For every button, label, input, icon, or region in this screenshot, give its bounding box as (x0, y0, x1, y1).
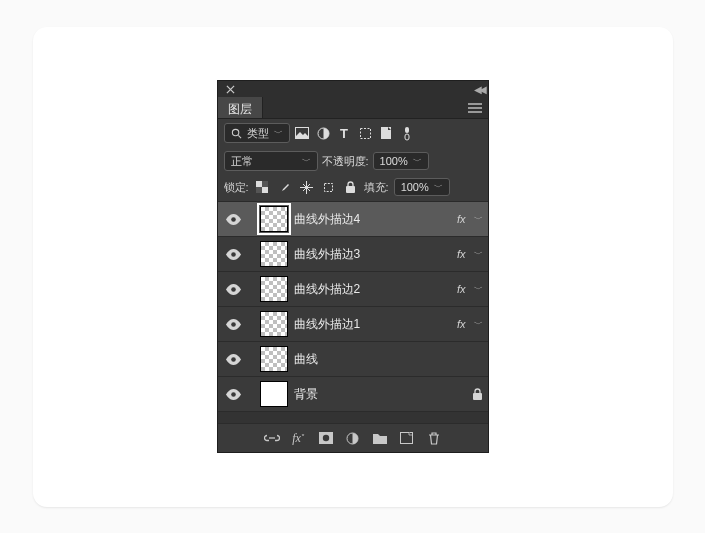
filter-text-icon[interactable]: T (336, 125, 353, 142)
fill-value: 100% (401, 181, 429, 193)
svg-point-14 (231, 252, 236, 257)
filter-kind-label: 类型 (247, 126, 269, 141)
fx-indicator-icon[interactable]: fx (457, 318, 466, 330)
visibility-icon[interactable] (226, 284, 242, 295)
chevron-down-icon: ﹀ (302, 155, 311, 168)
filter-kind-select[interactable]: 类型 ﹀ (224, 123, 290, 143)
layer-row[interactable]: 曲线外描边3fx﹀ (218, 237, 488, 272)
opacity-input[interactable]: 100% ﹀ (373, 152, 429, 170)
tab-label: 图层 (228, 102, 252, 116)
svg-point-18 (231, 392, 236, 397)
close-icon[interactable] (222, 81, 239, 98)
fill-input[interactable]: 100% ﹀ (394, 178, 450, 196)
filter-row: 类型 ﹀ T (218, 119, 488, 147)
layer-name[interactable]: 曲线外描边4 (294, 211, 451, 228)
svg-point-15 (231, 287, 236, 292)
svg-point-13 (231, 217, 236, 222)
fx-indicator-icon[interactable]: fx (457, 283, 466, 295)
filter-shape-icon[interactable] (357, 125, 374, 142)
adjustment-icon[interactable] (343, 429, 362, 448)
lock-label: 锁定: (224, 180, 249, 195)
chevron-down-icon[interactable]: ﹀ (474, 318, 483, 331)
blend-mode-label: 正常 (231, 154, 253, 169)
layer-thumbnail[interactable] (260, 276, 288, 302)
svg-point-21 (322, 435, 328, 441)
svg-rect-11 (324, 183, 332, 191)
layer-thumbnail[interactable] (260, 346, 288, 372)
layer-thumbnail[interactable] (260, 311, 288, 337)
fx-indicator-icon[interactable]: fx (457, 213, 466, 225)
layer-row[interactable]: 曲线外描边4fx﹀ (218, 202, 488, 237)
lock-artboard-icon[interactable] (320, 179, 337, 196)
fx-indicator-icon[interactable]: fx (457, 248, 466, 260)
layer-name[interactable]: 曲线 (294, 351, 483, 368)
chevron-down-icon: ﹀ (274, 127, 283, 140)
lock-transparency-icon[interactable] (254, 179, 271, 196)
svg-rect-9 (262, 181, 268, 187)
filter-image-icon[interactable] (294, 125, 311, 142)
layers-panel: ◀◀ 图层 类型 ﹀ T (217, 80, 489, 453)
layer-name[interactable]: 曲线外描边3 (294, 246, 451, 263)
mask-icon[interactable] (316, 429, 335, 448)
blend-mode-select[interactable]: 正常 ﹀ (224, 151, 318, 171)
chevron-down-icon[interactable]: ﹀ (474, 213, 483, 226)
opacity-label: 不透明度: (322, 154, 369, 169)
chevron-down-icon[interactable]: ﹀ (474, 248, 483, 261)
filter-smart-icon[interactable] (378, 125, 395, 142)
layer-row[interactable]: 曲线 (218, 342, 488, 377)
visibility-icon[interactable] (226, 354, 242, 365)
svg-point-16 (231, 322, 236, 327)
layer-name[interactable]: 背景 (294, 386, 466, 403)
tab-layers[interactable]: 图层 (218, 97, 263, 118)
panel-titlebar: ◀◀ (218, 81, 488, 97)
filter-toggle-icon[interactable] (399, 125, 416, 142)
lock-row: 锁定: 填充: 100% ﹀ (218, 175, 488, 202)
fx-icon[interactable]: fx ˅ (289, 429, 308, 448)
visibility-icon[interactable] (226, 389, 242, 400)
svg-rect-7 (256, 181, 262, 187)
layer-thumbnail[interactable] (260, 241, 288, 267)
blend-row: 正常 ﹀ 不透明度: 100% ﹀ (218, 147, 488, 175)
svg-rect-12 (346, 186, 355, 193)
search-icon (231, 128, 242, 139)
layers-list: 曲线外描边4fx﹀曲线外描边3fx﹀曲线外描边2fx﹀曲线外描边1fx﹀曲线背景 (218, 202, 488, 412)
layer-thumbnail[interactable] (260, 206, 288, 232)
svg-rect-8 (262, 187, 268, 193)
lock-position-icon[interactable] (298, 179, 315, 196)
fill-label: 填充: (364, 180, 389, 195)
svg-point-0 (232, 129, 238, 135)
group-icon[interactable] (370, 429, 389, 448)
layer-row[interactable]: 曲线外描边1fx﹀ (218, 307, 488, 342)
link-icon[interactable] (262, 429, 281, 448)
svg-rect-10 (256, 187, 262, 193)
svg-rect-6 (405, 134, 409, 140)
svg-rect-3 (360, 128, 370, 138)
visibility-icon[interactable] (226, 319, 242, 330)
visibility-icon[interactable] (226, 214, 242, 225)
svg-rect-19 (473, 393, 482, 400)
lock-icon[interactable] (472, 388, 483, 401)
chevron-down-icon: ﹀ (413, 155, 422, 168)
panel-tabs: 图层 (218, 97, 488, 119)
layer-row[interactable]: 曲线外描边2fx﹀ (218, 272, 488, 307)
layer-name[interactable]: 曲线外描边2 (294, 281, 451, 298)
layer-thumbnail[interactable] (260, 381, 288, 407)
svg-rect-5 (405, 127, 409, 133)
layers-footer: fx ˅ (218, 424, 488, 452)
layers-empty-area (218, 412, 488, 424)
trash-icon[interactable] (424, 429, 443, 448)
filter-adjust-icon[interactable] (315, 125, 332, 142)
new-layer-icon[interactable] (397, 429, 416, 448)
layer-row[interactable]: 背景 (218, 377, 488, 412)
chevron-down-icon[interactable]: ﹀ (474, 283, 483, 296)
lock-all-icon[interactable] (342, 179, 359, 196)
chevron-down-icon: ﹀ (434, 181, 443, 194)
visibility-icon[interactable] (226, 249, 242, 260)
collapse-icon[interactable]: ◀◀ (474, 84, 484, 95)
svg-point-17 (231, 357, 236, 362)
lock-brush-icon[interactable] (276, 179, 293, 196)
opacity-value: 100% (380, 155, 408, 167)
panel-menu-icon[interactable] (462, 97, 488, 118)
layer-name[interactable]: 曲线外描边1 (294, 316, 451, 333)
